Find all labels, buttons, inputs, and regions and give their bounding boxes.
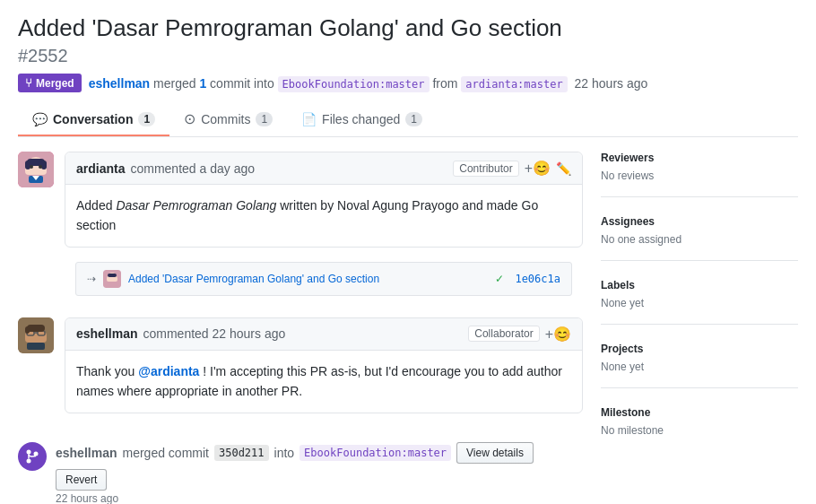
merge-event-text: eshellman merged commit 350d211 into Ebo…	[56, 442, 583, 491]
pr-title: Added 'Dasar Pemrograman Golang' and Go …	[18, 14, 798, 42]
comment-eshellman-block: eshellman commented 22 hours ago Collabo…	[65, 317, 583, 413]
svg-point-7	[39, 165, 42, 169]
merge-event: eshellman merged commit 350d211 into Ebo…	[18, 442, 583, 504]
tabs-bar: 💬 Conversation 1 ⊙ Commits 1 📄 Files cha…	[18, 103, 798, 137]
conversation-tab-count: 1	[138, 112, 155, 126]
page-container: Added 'Dasar Pemrograman Golang' and Go …	[0, 0, 816, 504]
commit-avatar-img	[103, 270, 121, 288]
sidebar-projects-value: None yet	[601, 361, 798, 373]
commit-hash-link[interactable]: 1e06c1a	[515, 273, 560, 285]
merged-badge: ⑂ Merged	[18, 74, 82, 92]
comment-ardianta-main: ardianta commented a day ago Contributor…	[65, 152, 583, 303]
comment-ardianta-time: commented a day ago	[130, 161, 255, 176]
sidebar-milestone-value: No milestone	[601, 424, 798, 437]
commits-tab-label: Commits	[201, 112, 250, 126]
meta-target-branch[interactable]: EbookFoundation:master	[278, 76, 430, 92]
merge-time: 22 hours ago	[56, 492, 118, 504]
comment-eshellman-main: eshellman commented 22 hours ago Collabo…	[65, 317, 583, 428]
commit-ref-line: ⇢ Added 'Dasar Pemrograman Golang' and G…	[75, 262, 572, 296]
svg-rect-16	[25, 332, 47, 343]
svg-rect-22	[27, 343, 45, 350]
sidebar-assignees-value: No one assigned	[601, 233, 798, 246]
pr-meta: ⑂ Merged eshellman merged 1 commit into …	[18, 74, 798, 92]
comment-ardianta: ardianta commented a day ago Contributor…	[18, 152, 583, 303]
comment-eshellman-body: Thank you @ardianta ! I'm accepting this…	[65, 351, 582, 413]
comment-eshellman-author[interactable]: eshellman	[76, 326, 137, 341]
sidebar-milestone: Milestone No milestone	[601, 406, 798, 451]
commits-tab-icon: ⊙	[184, 110, 195, 127]
tab-conversation[interactable]: 💬 Conversation 1	[18, 103, 169, 136]
svg-rect-5	[41, 161, 47, 169]
comment-eshellman-header: eshellman commented 22 hours ago Collabo…	[65, 318, 582, 351]
edit-btn-1[interactable]: ✏️	[556, 161, 571, 176]
meta-from: from	[432, 76, 461, 91]
files-changed-tab-icon: 📄	[301, 112, 317, 126]
merged-label: Merged	[36, 77, 74, 90]
svg-rect-21	[25, 326, 30, 334]
commit-message-link[interactable]: Added 'Dasar Pemrograman Golang' and Go …	[128, 273, 379, 285]
comment-eshellman-header-left: eshellman commented 22 hours ago	[76, 326, 285, 341]
view-details-button[interactable]: View details	[456, 442, 534, 464]
conversation-tab-label: Conversation	[53, 112, 133, 126]
emoji-reaction-btn-2[interactable]: +😊	[545, 326, 571, 343]
sidebar: Reviewers No reviews Assignees No one as…	[601, 152, 798, 504]
body-plain-1: Added	[76, 198, 116, 213]
eshellman-avatar-img	[18, 317, 54, 353]
commits-tab-count: 1	[256, 112, 273, 126]
meta-author-link[interactable]: eshellman	[89, 76, 150, 91]
sidebar-labels-label: Labels	[601, 279, 798, 291]
merge-event-author[interactable]: eshellman	[56, 446, 117, 460]
mention-link[interactable]: @ardianta	[138, 364, 199, 378]
svg-point-23	[27, 449, 31, 454]
comment-ardianta-header-left: ardianta commented a day ago	[76, 161, 255, 176]
ardianta-avatar-img	[18, 152, 54, 187]
conversation-tab-icon: 💬	[32, 112, 48, 126]
tab-commits[interactable]: ⊙ Commits 1	[169, 103, 287, 136]
sidebar-reviewers-label: Reviewers	[601, 152, 798, 164]
comment-ardianta-header-right: Contributor +😊 ✏️	[453, 160, 571, 177]
meta-commit-word: commit	[210, 76, 254, 91]
sidebar-labels-value: None yet	[601, 297, 798, 309]
sidebar-projects: Projects None yet	[601, 343, 798, 388]
sidebar-projects-label: Projects	[601, 343, 798, 355]
svg-point-6	[30, 165, 33, 169]
svg-point-24	[27, 458, 31, 463]
sidebar-milestone-label: Milestone	[601, 406, 798, 419]
svg-rect-4	[25, 161, 30, 169]
emoji-reaction-btn-1[interactable]: +😊	[525, 160, 551, 177]
meta-commit-count-link[interactable]: 1	[199, 76, 206, 91]
collaborator-badge: Collaborator	[468, 326, 539, 342]
avatar-eshellman	[18, 317, 54, 353]
sidebar-assignees: Assignees No one assigned	[601, 215, 798, 261]
comment-eshellman: eshellman commented 22 hours ago Collabo…	[18, 317, 583, 428]
files-changed-tab-label: Files changed	[322, 112, 400, 126]
merge-action: merged commit	[122, 446, 208, 460]
revert-button[interactable]: Revert	[56, 469, 107, 491]
commit-arrow-icon: ⇢	[87, 273, 96, 285]
merge-target-branch[interactable]: EbookFoundation:master	[299, 445, 451, 461]
merge-event-svg-icon	[24, 448, 40, 465]
comment-ardianta-author[interactable]: ardianta	[76, 161, 125, 176]
comment-eshellman-header-right: Collaborator +😊	[468, 326, 571, 343]
body-italic-1: Dasar Pemrograman Golang	[116, 198, 276, 213]
pr-title-text: Added 'Dasar Pemrograman Golang' and Go …	[18, 14, 562, 41]
comment-ardianta-header: ardianta commented a day ago Contributor…	[65, 152, 582, 185]
meta-source-branch[interactable]: ardianta:master	[461, 76, 567, 92]
contributor-badge: Contributor	[453, 161, 518, 177]
main-layout: ardianta commented a day ago Contributor…	[18, 152, 798, 504]
merge-event-icon	[18, 442, 47, 471]
avatar-ardianta	[18, 152, 54, 187]
meta-into: into	[254, 76, 277, 91]
merge-icon: ⑂	[25, 76, 32, 90]
merge-event-meta: 22 hours ago	[56, 492, 583, 504]
body-part1: Thank you	[76, 364, 138, 378]
merge-commit-hash[interactable]: 350d211	[214, 445, 269, 461]
svg-point-25	[34, 451, 39, 456]
merge-event-content: eshellman merged commit 350d211 into Ebo…	[56, 442, 583, 504]
tab-files-changed[interactable]: 📄 Files changed 1	[287, 103, 437, 136]
merge-into: into	[274, 446, 295, 460]
files-changed-tab-count: 1	[405, 112, 422, 126]
svg-rect-13	[108, 274, 117, 277]
sidebar-reviewers-value: No reviews	[601, 169, 798, 182]
commit-avatar-sm	[103, 270, 121, 288]
